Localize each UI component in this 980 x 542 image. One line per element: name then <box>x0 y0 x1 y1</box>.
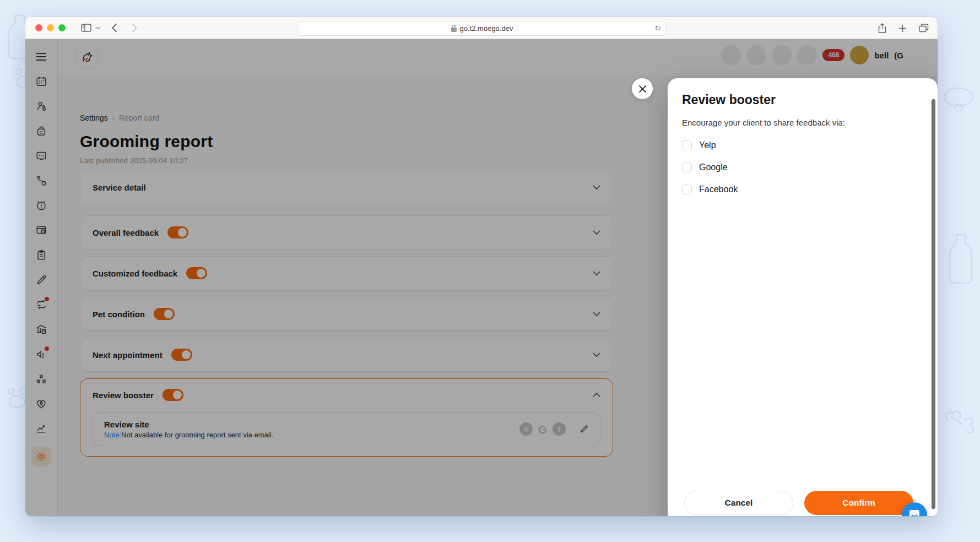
close-window-button[interactable] <box>35 24 42 31</box>
option-label: Facebook <box>699 185 738 194</box>
forward-button[interactable] <box>132 23 137 32</box>
modal-options: Yelp Google Facebook <box>682 134 738 200</box>
url-text: go.t2.moego.dev <box>460 24 513 32</box>
confirm-button[interactable]: Confirm <box>804 491 913 515</box>
option-label: Yelp <box>699 140 716 150</box>
chat-bubble-icon <box>908 510 921 516</box>
option-row-facebook[interactable]: Facebook <box>682 178 738 200</box>
desktop: go.t2.moego.dev ↻ <box>0 0 980 542</box>
scrollbar-thumb[interactable] <box>932 99 935 509</box>
option-label: Google <box>699 162 728 172</box>
review-booster-modal: Review booster Encourage your client to … <box>668 78 938 516</box>
sidebar-toggle-icon[interactable] <box>81 24 91 32</box>
tab-overview-icon[interactable] <box>919 24 929 32</box>
close-modal-button[interactable] <box>632 78 653 99</box>
share-icon[interactable] <box>878 23 886 33</box>
window-controls <box>35 24 66 31</box>
option-row-google[interactable]: Google <box>682 156 738 178</box>
modal-footer: Cancel Confirm <box>684 491 913 515</box>
modal-description: Encourage your client to share feedback … <box>682 118 845 127</box>
browser-toolbar: go.t2.moego.dev ↻ <box>25 17 938 39</box>
address-bar[interactable]: go.t2.moego.dev ↻ <box>297 21 667 36</box>
back-button[interactable] <box>112 23 117 32</box>
new-tab-icon[interactable] <box>898 24 907 32</box>
zoom-window-button[interactable] <box>58 24 66 31</box>
wallpaper-doodle-collar <box>941 83 976 121</box>
browser-window: go.t2.moego.dev ↻ <box>25 17 938 516</box>
reload-icon[interactable]: ↻ <box>654 24 661 32</box>
app-page: 468 bell (G Settings › Report card Groom… <box>25 39 938 516</box>
minimize-window-button[interactable] <box>47 24 54 31</box>
option-row-yelp[interactable]: Yelp <box>682 134 738 156</box>
lock-icon <box>451 25 457 32</box>
facebook-checkbox[interactable] <box>682 185 692 194</box>
yelp-checkbox[interactable] <box>682 140 692 150</box>
wallpaper-doodle-bone <box>943 408 976 435</box>
sidebar-chevron-icon[interactable] <box>96 26 101 30</box>
modal-title: Review booster <box>682 93 776 107</box>
cancel-button[interactable]: Cancel <box>684 491 793 515</box>
close-icon <box>638 85 647 93</box>
wallpaper-doodle-bottle2 <box>945 231 976 286</box>
google-checkbox[interactable] <box>682 162 692 172</box>
